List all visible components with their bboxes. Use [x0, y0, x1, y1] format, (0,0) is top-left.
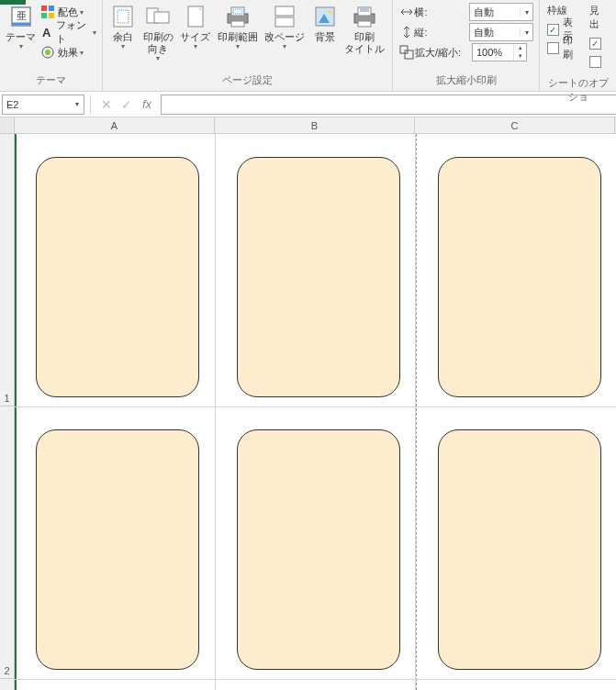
- print-titles-icon: [352, 4, 377, 29]
- svg-rect-26: [358, 21, 371, 27]
- width-icon: [398, 6, 414, 17]
- effects-button[interactable]: 効果 ▾: [38, 42, 98, 62]
- svg-point-23: [328, 10, 331, 14]
- group-sheet-options: 枠線 ✓ 表示 印刷 見出 ✓ シートのオプショ: [540, 0, 616, 91]
- svg-rect-29: [400, 46, 408, 53]
- cells-area[interactable]: [15, 134, 616, 690]
- print-area-icon: [225, 4, 251, 29]
- scale-spinner[interactable]: 100% ▴▾: [472, 43, 527, 61]
- group-scale: 横: 自動 ▾ 縦: 自動 ▾ 拡大/縮小: 100% ▴▾ 拡大縮小印刷: [393, 0, 540, 91]
- svg-rect-10: [114, 6, 132, 27]
- svg-rect-13: [154, 12, 169, 23]
- column-header[interactable]: A: [15, 117, 215, 133]
- colors-icon: [39, 4, 56, 20]
- chevron-down-icon[interactable]: ▾: [520, 8, 532, 17]
- column-header[interactable]: C: [415, 117, 615, 133]
- chevron-down-icon: ▾: [156, 54, 160, 62]
- chevron-down-icon: ▾: [194, 42, 197, 50]
- spin-down[interactable]: ▾: [514, 52, 526, 61]
- group-label: ページ設定: [103, 72, 392, 91]
- group-label: シートのオプショ: [540, 74, 616, 107]
- name-box[interactable]: E2 ▾: [2, 95, 84, 115]
- svg-rect-17: [231, 21, 244, 27]
- spin-up[interactable]: ▴: [514, 44, 526, 52]
- svg-point-9: [45, 50, 50, 55]
- worksheet-grid[interactable]: A B C 1 2: [0, 117, 616, 690]
- background-button[interactable]: 背景: [308, 2, 342, 45]
- ribbon: 亜 テーマ ▾ 配色 ▾ A フォント ▾ 効果 ▾ テーマ: [0, 0, 616, 92]
- size-icon: [184, 4, 207, 29]
- cancel-button[interactable]: ✕: [96, 95, 117, 115]
- chevron-down-icon: ▾: [80, 8, 84, 17]
- checkbox-icon: [589, 56, 601, 68]
- chevron-down-icon[interactable]: ▾: [71, 100, 84, 108]
- checkbox-icon: [547, 42, 559, 54]
- active-tab-indicator: [0, 0, 26, 5]
- height-select[interactable]: 自動 ▾: [469, 23, 533, 41]
- chevron-down-icon: ▾: [80, 49, 84, 57]
- margins-button[interactable]: 余白 ▾: [106, 2, 140, 52]
- checkbox-checked-icon: ✓: [547, 24, 559, 36]
- fx-button[interactable]: fx: [137, 95, 157, 115]
- svg-rect-4: [49, 6, 54, 11]
- print-area-button[interactable]: 印刷範囲 ▾: [214, 2, 261, 52]
- svg-rect-20: [275, 17, 294, 27]
- checkbox-checked-icon: ✓: [589, 38, 601, 50]
- chevron-down-icon[interactable]: ▾: [520, 28, 532, 37]
- group-label: テーマ: [0, 72, 102, 91]
- svg-rect-3: [41, 6, 47, 11]
- page-break: [416, 134, 417, 690]
- svg-text:A: A: [42, 26, 51, 39]
- rounded-rect-shape[interactable]: [36, 429, 199, 670]
- rounded-rect-shape[interactable]: [36, 157, 199, 397]
- row-header[interactable]: 2: [0, 406, 14, 679]
- svg-rect-6: [49, 13, 54, 18]
- row-header[interactable]: 1: [0, 134, 14, 406]
- chevron-down-icon: ▾: [283, 42, 286, 50]
- rounded-rect-shape[interactable]: [438, 157, 601, 397]
- svg-rect-5: [41, 13, 47, 18]
- width-select[interactable]: 自動 ▾: [469, 3, 533, 21]
- group-label: 拡大縮小印刷: [393, 72, 539, 91]
- themes-icon: 亜: [10, 4, 32, 29]
- headings-view-checkbox[interactable]: ✓: [589, 34, 609, 52]
- scale-icon: [398, 45, 415, 60]
- svg-text:亜: 亜: [16, 10, 26, 21]
- breaks-icon: [273, 4, 297, 29]
- background-icon: [313, 4, 337, 29]
- chevron-down-icon: ▾: [19, 42, 23, 50]
- formula-bar: E2 ▾ ✕ ✓ fx: [0, 92, 616, 117]
- margins-icon: [111, 4, 135, 29]
- rounded-rect-shape[interactable]: [438, 429, 601, 670]
- chevron-down-icon: ▾: [93, 28, 96, 37]
- headings-print-checkbox[interactable]: [589, 52, 609, 71]
- themes-button[interactable]: 亜 テーマ ▾: [4, 2, 38, 52]
- print-titles-button[interactable]: 印刷 タイトル: [342, 2, 388, 57]
- enter-button[interactable]: ✓: [117, 95, 137, 115]
- column-header[interactable]: B: [215, 117, 415, 133]
- orientation-button[interactable]: 印刷の 向き ▾: [140, 2, 177, 64]
- size-button[interactable]: サイズ ▾: [177, 2, 215, 52]
- orientation-icon: [145, 4, 171, 29]
- chevron-down-icon: ▾: [236, 42, 240, 50]
- svg-rect-19: [275, 6, 294, 16]
- fonts-icon: A: [39, 24, 54, 40]
- height-icon: [398, 25, 414, 39]
- group-themes: 亜 テーマ ▾ 配色 ▾ A フォント ▾ 効果 ▾ テーマ: [0, 0, 103, 91]
- breaks-button[interactable]: 改ページ ▾: [261, 2, 308, 52]
- group-page-setup: 余白 ▾ 印刷の 向き ▾ サイズ ▾ 印刷範囲 ▾ 改ページ ▾ 背景: [103, 0, 393, 91]
- effects-icon: [39, 44, 56, 61]
- select-all-corner[interactable]: [0, 117, 15, 133]
- rounded-rect-shape[interactable]: [237, 429, 400, 670]
- gridlines-print-checkbox[interactable]: 印刷: [547, 39, 582, 57]
- fonts-button[interactable]: A フォント ▾: [38, 22, 98, 42]
- svg-rect-30: [405, 50, 413, 59]
- left-edge: [15, 134, 17, 690]
- chevron-down-icon: ▾: [121, 42, 125, 50]
- rounded-rect-shape[interactable]: [237, 157, 400, 397]
